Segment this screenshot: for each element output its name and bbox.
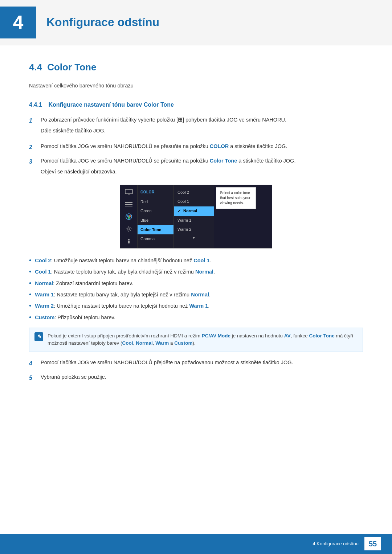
bullet-dot-2: • xyxy=(29,268,31,276)
svg-point-10 xyxy=(128,217,130,219)
step-5: 5 Vybraná položka se použije. xyxy=(29,373,363,383)
svg-point-11 xyxy=(128,228,130,230)
steps-list: 1 Po zobrazení průvodce funkčními tlačít… xyxy=(29,116,363,178)
svg-rect-2 xyxy=(125,189,132,194)
bullet-custom-text: Custom: Přizpůsobí teplotu barev. xyxy=(35,313,115,322)
section-description: Nastavení celkového barevného tónu obraz… xyxy=(29,82,363,90)
step-2-number: 2 xyxy=(29,142,41,152)
bullet-dot-6: • xyxy=(29,313,31,322)
section-heading: 4.4 Color Tone xyxy=(29,60,363,75)
menu-right-panel: Cool 2 Cool 1 ✓ Normal Warm 1 Warm 2 ▼ xyxy=(174,185,214,248)
bullet-dot-5: • xyxy=(29,302,31,310)
menu-window: COLOR Red Green Blue Color Tone Gamma Co… xyxy=(120,185,272,249)
step-3: 3 Pomocí tlačítka JOG ve směru NAHORU/DO… xyxy=(29,157,363,178)
step-5-content: Vybraná položka se použije. xyxy=(41,373,363,381)
menu-icon-info xyxy=(124,237,134,245)
menu-right-cool1: Cool 1 xyxy=(174,197,214,206)
bullet-dot-3: • xyxy=(29,279,31,288)
bullet-list: • Cool 2: Umožňuje nastavit teplotu bare… xyxy=(29,257,363,322)
footer-chapter-label: 4 Konfigurace odstínu xyxy=(313,540,359,548)
bullet-custom: • Custom: Přizpůsobí teplotu barev. xyxy=(29,313,363,322)
menu-item-green: Green xyxy=(138,206,173,216)
menu-item-gamma: Gamma xyxy=(138,234,173,244)
subsection-title: Konfigurace nastavení tónu barev Color T… xyxy=(48,102,174,108)
menu-icon-lines xyxy=(124,200,134,208)
menu-item-colortone: Color Tone xyxy=(138,225,173,235)
note-box: ✎ Pokud je externí vstup připojen prostř… xyxy=(29,328,363,352)
step-1-content: Po zobrazení průvodce funkčními tlačítky… xyxy=(41,116,363,137)
menu-item-blue: Blue xyxy=(138,216,173,225)
svg-rect-3 xyxy=(128,194,130,194)
bullet-dot-4: • xyxy=(29,291,31,299)
bullet-cool2-text: Cool 2: Umožňuje nastavit teplotu barev … xyxy=(35,257,211,265)
section-title: Color Tone xyxy=(47,60,96,75)
main-content: 4.4 Color Tone Nastavení celkového barev… xyxy=(0,45,392,410)
menu-icons-panel xyxy=(120,185,138,248)
menu-section-label: COLOR xyxy=(138,188,173,197)
step-3-content: Pomocí tlačítka JOG ve směru NAHORU/DOLŮ… xyxy=(41,157,363,178)
bullet-warm1: • Warm 1: Nastavte teplotu barvy tak, ab… xyxy=(29,291,363,299)
menu-icon-settings xyxy=(124,225,134,233)
step-1-sub: Dále stiskněte tlačítko JOG. xyxy=(41,127,363,135)
menu-left-panel: COLOR Red Green Blue Color Tone Gamma xyxy=(138,185,174,248)
chapter-title: Konfigurace odstínu xyxy=(46,13,159,32)
svg-point-12 xyxy=(128,239,130,240)
note-icon: ✎ xyxy=(34,332,43,341)
step-4-number: 4 xyxy=(29,358,41,368)
bullet-cool1: • Cool 1: Nastavte teplotu barvy tak, ab… xyxy=(29,268,363,276)
menu-right-cool2: Cool 2 xyxy=(174,188,214,197)
bullet-warm2-text: Warm 2: Umožňuje nastavit teplotu barev … xyxy=(35,302,209,310)
page-footer: 4 Konfigurace odstínu 55 xyxy=(0,534,392,554)
menu-right-warm2: Warm 2 xyxy=(174,225,214,234)
bullet-cool2: • Cool 2: Umožňuje nastavit teplotu bare… xyxy=(29,257,363,265)
steps-continued-list: 4 Pomocí tlačítka JOG ve směru NAHORU/DO… xyxy=(29,358,363,383)
step-4: 4 Pomocí tlačítka JOG ve směru NAHORU/DO… xyxy=(29,358,363,368)
note-content: Pokud je externí vstup připojen prostřed… xyxy=(48,332,358,347)
menu-icon-display xyxy=(124,188,134,196)
menu-tooltip: Select a color tone that best suits your… xyxy=(216,187,256,209)
bullet-normal: • Normal: Zobrazí standardní teplotu bar… xyxy=(29,279,363,288)
svg-rect-6 xyxy=(125,206,132,206)
chapter-number: 4 xyxy=(0,7,36,38)
subsection-number: 4.4.1 xyxy=(29,102,42,108)
step-3-sub: Objeví se následující obrazovka. xyxy=(41,168,363,176)
menu-icon-color xyxy=(124,213,134,221)
bullet-dot-1: • xyxy=(29,257,31,265)
bullet-warm2: • Warm 2: Umožňuje nastavit teplotu bare… xyxy=(29,302,363,310)
svg-rect-4 xyxy=(125,202,132,203)
bullet-warm1-text: Warm 1: Nastavte teplotu barvy tak, aby … xyxy=(35,291,211,299)
menu-right-warm1: Warm 1 xyxy=(174,216,214,225)
subsection-heading: 4.4.1 Konfigurace nastavení tónu barev C… xyxy=(29,100,363,110)
bullet-normal-text: Normal: Zobrazí standardní teplotu barev… xyxy=(35,279,133,288)
svg-rect-13 xyxy=(128,241,130,243)
bullet-cool1-text: Cool 1: Nastavte teplotu barvy tak, aby … xyxy=(35,268,215,276)
menu-item-red: Red xyxy=(138,197,173,207)
color-highlight: COLOR xyxy=(210,143,229,149)
section-number: 4.4 xyxy=(29,60,42,75)
chapter-header: 4 Konfigurace odstínu xyxy=(0,0,392,45)
menu-right-normal: ✓ Normal xyxy=(174,206,214,216)
step-1: 1 Po zobrazení průvodce funkčními tlačít… xyxy=(29,116,363,137)
step-4-content: Pomocí tlačítka JOG ve směru NAHORU/DOLŮ… xyxy=(41,358,363,367)
step-5-number: 5 xyxy=(29,373,41,383)
menu-screenshot: COLOR Red Green Blue Color Tone Gamma Co… xyxy=(29,185,363,249)
step-2: 2 Pomocí tlačítka JOG ve směru NAHORU/DO… xyxy=(29,142,363,152)
step-3-number: 3 xyxy=(29,157,41,167)
step-1-number: 1 xyxy=(29,116,41,126)
footer-page-number: 55 xyxy=(364,537,381,550)
svg-rect-5 xyxy=(125,204,132,205)
step-2-content: Pomocí tlačítka JOG ve směru NAHORU/DOLŮ… xyxy=(41,142,363,151)
colortone-highlight: Color Tone xyxy=(210,158,237,164)
